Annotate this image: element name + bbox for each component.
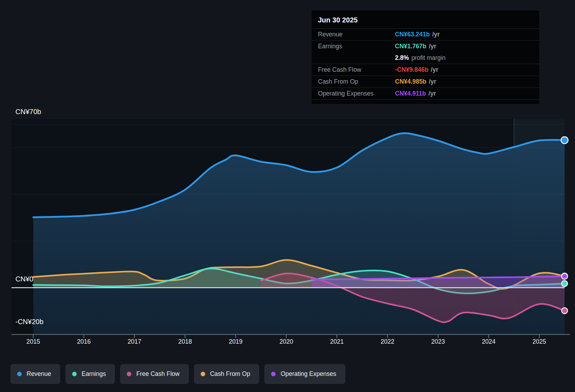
y-axis-label-70b: CN¥70b	[15, 108, 41, 116]
data-tooltip: Jun 30 2025 RevenueCN¥63.241b/yrEarnings…	[312, 10, 539, 104]
tooltip-row-suffix: /yr	[429, 78, 436, 85]
legend-item-free-cash-flow[interactable]: Free Cash Flow	[120, 364, 189, 384]
revenue-dot-icon	[17, 372, 22, 376]
tooltip-row-value: -CN¥9.846b	[395, 66, 428, 74]
x-axis-label-2022: 2022	[372, 338, 403, 345]
legend-label: Free Cash Flow	[136, 370, 180, 378]
legend-item-operating-expenses[interactable]: Operating Expenses	[264, 364, 345, 384]
free-cash-flow-end-marker	[562, 308, 568, 314]
tooltip-row-value: CN¥4.911b	[395, 90, 426, 97]
tooltip-row-suffix: /yr	[431, 66, 438, 74]
tooltip-row-suffix: profit margin	[411, 54, 445, 62]
tooltip-rows: RevenueCN¥63.241b/yrEarningsCN¥1.767b/yr…	[312, 28, 539, 100]
tooltip-row-revenue: RevenueCN¥63.241b/yr	[312, 28, 539, 40]
legend-item-revenue[interactable]: Revenue	[11, 364, 60, 384]
tooltip-row-label: Earnings	[318, 43, 395, 50]
tooltip-date: Jun 30 2025	[312, 10, 539, 28]
legend-item-earnings[interactable]: Earnings	[65, 364, 115, 384]
tooltip-row-value: 2.8%	[395, 54, 409, 62]
operating-expenses-end-marker	[562, 273, 568, 279]
tooltip-row-free-cash-flow: Free Cash Flow-CN¥9.846b/yr	[312, 64, 539, 76]
x-axis-label-2018: 2018	[169, 338, 201, 345]
earnings-end-marker	[562, 281, 568, 287]
legend-label: Earnings	[82, 370, 106, 378]
tooltip-row-value: CN¥63.241b	[395, 31, 430, 38]
tooltip-row-suffix: /yr	[429, 90, 436, 97]
legend-label: Revenue	[27, 370, 51, 378]
tooltip-row-label: Operating Expenses	[318, 90, 395, 97]
tooltip-row-suffix: /yr	[432, 31, 439, 38]
x-axis-label-2025: 2025	[524, 338, 555, 345]
x-axis-label-2017: 2017	[119, 338, 150, 345]
legend-label: Operating Expenses	[280, 370, 336, 378]
tooltip-row-label: Free Cash Flow	[318, 66, 395, 74]
y-axis-label-0: CN¥0	[15, 275, 33, 283]
x-axis-label-2021: 2021	[321, 338, 353, 345]
tooltip-row-value: CN¥1.767b	[395, 43, 427, 50]
cash-from-op-dot-icon	[201, 372, 205, 376]
x-axis-label-2024: 2024	[473, 338, 505, 345]
x-axis-label-2020: 2020	[271, 338, 302, 345]
legend-item-cash-from-op[interactable]: Cash From Op	[194, 364, 259, 384]
legend-label: Cash From Op	[210, 370, 250, 378]
tooltip-row-suffix: /yr	[429, 43, 436, 50]
tooltip-row-profit-margin: 2.8%profit margin	[312, 52, 539, 64]
x-axis-label-2015: 2015	[18, 338, 49, 345]
x-axis-label-2023: 2023	[422, 338, 454, 345]
tooltip-row-earnings: EarningsCN¥1.767b/yr	[312, 40, 539, 52]
earnings-dot-icon	[72, 372, 77, 376]
tooltip-row-value: CN¥4.985b	[395, 78, 427, 85]
tooltip-row-label: Revenue	[318, 31, 395, 38]
financial-history-chart: CN¥70b CN¥0 -CN¥20b 20152016201720182019…	[0, 0, 575, 392]
x-axis-label-2019: 2019	[220, 338, 251, 345]
free-cash-flow-dot-icon	[127, 372, 131, 376]
chart-legend: RevenueEarningsFree Cash FlowCash From O…	[11, 364, 345, 384]
revenue-end-marker	[561, 136, 568, 144]
x-axis-label-2016: 2016	[68, 338, 100, 345]
y-axis-label-neg20b: -CN¥20b	[15, 318, 43, 326]
tooltip-row-operating-expenses: Operating ExpensesCN¥4.911b/yr	[312, 88, 539, 99]
tooltip-row-cash-from-op: Cash From OpCN¥4.985b/yr	[312, 76, 539, 88]
operating-expenses-dot-icon	[271, 372, 276, 376]
tooltip-row-label: Cash From Op	[318, 78, 395, 85]
